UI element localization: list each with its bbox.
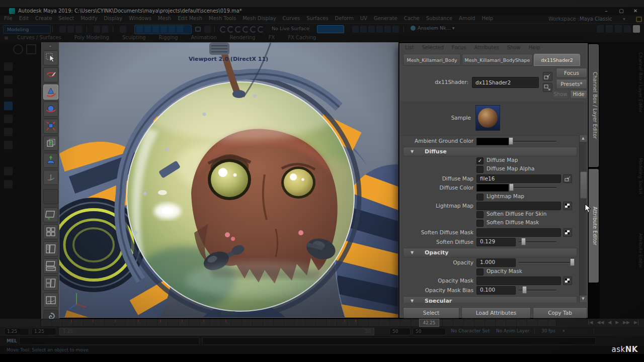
- menu-item[interactable]: Display: [104, 16, 122, 21]
- toolbox-collapse-icon[interactable]: ⌄: [44, 43, 57, 48]
- paint-select-tool-button[interactable]: [43, 84, 58, 100]
- menu-item[interactable]: File: [4, 16, 13, 21]
- menu-set-selector[interactable]: Modeling: [3, 25, 51, 34]
- sidebar-toggle-character-icon[interactable]: [606, 25, 613, 33]
- opacity-mask-bias-slider-handle[interactable]: [522, 286, 527, 294]
- layout-two-pane-button[interactable]: [43, 293, 58, 308]
- scrollbar-thumb[interactable]: [580, 171, 587, 199]
- shelf-tab[interactable]: FX Caching: [288, 35, 316, 40]
- workspace-dropdown-icon[interactable]: ▾: [623, 16, 625, 22]
- shader-name-field[interactable]: dx11Shader2: [472, 77, 539, 88]
- shelf-tab[interactable]: Sculpting: [122, 35, 146, 40]
- menu-item[interactable]: Modify: [80, 16, 97, 21]
- snap-curve-icon[interactable]: [227, 26, 234, 33]
- selection-mode-icon[interactable]: [120, 26, 126, 33]
- dim-paint-select-tool-icon[interactable]: [4, 88, 13, 97]
- ae-menu-item[interactable]: Attributes: [474, 45, 499, 50]
- sidebar-toggle-attribute-editor-icon[interactable]: [633, 25, 640, 33]
- dim-scale-tool-icon[interactable]: [4, 128, 13, 136]
- lightmap-map-field[interactable]: [476, 202, 561, 210]
- opacity-mask-field[interactable]: [476, 277, 561, 285]
- render-settings-icon[interactable]: [376, 26, 383, 33]
- show-button[interactable]: Show: [552, 90, 569, 99]
- minimize-button[interactable]: –: [601, 7, 612, 15]
- viewport-panel[interactable]: Viewport 2.0 (DirectX 11) persp: [59, 42, 398, 318]
- select-button[interactable]: Select: [403, 307, 459, 318]
- ambient-ground-color-slider-handle[interactable]: [509, 137, 513, 145]
- menu-item[interactable]: Surfaces: [306, 16, 328, 21]
- transport-button[interactable]: ▶|: [634, 320, 639, 325]
- attributes-scrollbar[interactable]: ▲ ▼: [579, 135, 587, 302]
- open-scene-icon[interactable]: [67, 26, 74, 33]
- dim-layout-icon-2[interactable]: [4, 180, 13, 189]
- snap-projected-center-icon[interactable]: [243, 26, 249, 33]
- last-tool-slot-button[interactable]: [43, 189, 58, 204]
- soften-diffuse-mask-texture-icon[interactable]: [563, 228, 572, 237]
- dim-attribute-editor-tab[interactable]: Attribute Editor: [638, 233, 643, 268]
- lightmap-map-texture-icon[interactable]: [563, 202, 572, 210]
- dim-select-tool-icon[interactable]: [4, 62, 13, 71]
- select-edge-icon[interactable]: [169, 26, 175, 33]
- select-object-icon[interactable]: [144, 26, 151, 33]
- diffuse-map-alpha-checkbox[interactable]: [476, 166, 484, 173]
- diffuse-map-connection-icon[interactable]: [563, 174, 572, 183]
- range-bar[interactable]: 1.25 50: [59, 328, 374, 335]
- scroll-up-icon[interactable]: ▲: [580, 135, 587, 142]
- layout-outliner-persp-button[interactable]: [43, 241, 58, 256]
- shelf-tab[interactable]: Curves / Surfaces: [17, 35, 61, 40]
- shelf-tab[interactable]: Rigging: [159, 35, 178, 40]
- snap-live-icon[interactable]: [258, 26, 264, 33]
- soften-diffuse-mask-field[interactable]: [476, 228, 561, 237]
- save-scene-icon[interactable]: [75, 26, 82, 33]
- lock-workspace-icon[interactable]: [636, 17, 642, 22]
- timeline-ruler[interactable]: [40, 319, 556, 327]
- opacity-mask-bias-field[interactable]: 0.100: [476, 286, 516, 295]
- diffuse-color-swatch[interactable]: [476, 184, 509, 192]
- hypershade-icon[interactable]: [384, 26, 391, 33]
- ipr-render-icon[interactable]: [368, 26, 375, 33]
- sidebar-toggle-modeling-toolkit-icon[interactable]: [597, 25, 604, 33]
- snap-grid-icon[interactable]: [220, 26, 226, 33]
- render-view-icon[interactable]: [352, 26, 359, 33]
- snap-view-plane-icon[interactable]: [250, 26, 257, 33]
- timeline-playhead[interactable]: 42.25: [419, 319, 439, 327]
- animation-end-field[interactable]: 50: [413, 328, 446, 335]
- menu-item[interactable]: Deform: [335, 16, 354, 21]
- workspace-selector[interactable]: Maya Classic: [580, 16, 612, 22]
- tab-mesh-killamari-body[interactable]: Mesh_Killamari_Body: [403, 54, 461, 66]
- connect-input-icon[interactable]: [543, 72, 552, 81]
- diffuse-color-slider[interactable]: [512, 187, 556, 189]
- transport-button[interactable]: |◀: [588, 320, 593, 325]
- menu-item[interactable]: Mesh: [158, 16, 171, 21]
- redo-icon[interactable]: [102, 26, 108, 33]
- pause-viewport-icon[interactable]: [392, 26, 399, 33]
- menu-item[interactable]: Cache: [404, 16, 420, 21]
- ae-menu-item[interactable]: Selected: [422, 45, 443, 50]
- undo-icon[interactable]: [94, 26, 100, 33]
- fps-selector[interactable]: 30 fps: [541, 328, 555, 333]
- ae-menu-item[interactable]: List: [405, 45, 414, 50]
- lightmap-map-checkbox[interactable]: [476, 194, 484, 201]
- menu-item[interactable]: UV: [360, 16, 367, 21]
- restore-button[interactable]: ▢: [616, 7, 627, 15]
- load-attributes-button[interactable]: Load Attributes: [461, 307, 531, 318]
- tab-mesh-killamari-bodyshape[interactable]: Mesh_Killamari_BodyShape: [462, 54, 533, 66]
- dim-modeling-toolkit-tab[interactable]: Modeling Toolkit: [638, 158, 643, 195]
- animation-start-field[interactable]: 1.25: [4, 328, 29, 335]
- menu-item[interactable]: Curves: [283, 16, 300, 21]
- opacity-mask-checkbox[interactable]: [476, 268, 484, 276]
- soften-diffuse-field[interactable]: 0.129: [476, 238, 516, 246]
- menu-item[interactable]: Windows: [129, 16, 151, 21]
- ae-menu-item[interactable]: Focus: [452, 45, 466, 50]
- menu-item[interactable]: Help: [481, 16, 493, 21]
- opacity-section-header[interactable]: ▼ Opacity: [403, 248, 577, 257]
- layout-hypershade-persp-button[interactable]: [43, 276, 58, 291]
- nurbs-circle-shelf-icon[interactable]: [13, 44, 23, 54]
- dim-layout-icon[interactable]: [4, 167, 13, 175]
- transport-button[interactable]: ▶▶: [623, 320, 630, 325]
- transport-button[interactable]: ◀: [608, 320, 611, 325]
- presets-button[interactable]: Presets*: [556, 79, 587, 89]
- transport-button[interactable]: ◀◀: [597, 320, 604, 325]
- ambient-ground-color-slider[interactable]: [512, 141, 556, 142]
- menu-item[interactable]: Generate: [374, 16, 397, 21]
